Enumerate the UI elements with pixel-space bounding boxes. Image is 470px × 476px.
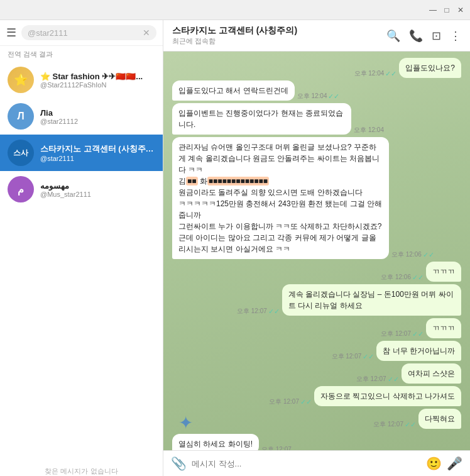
bubble-1: 입플도있나요?: [399, 58, 461, 78]
contact-sub-star-fashion: @Star21112FaShIoN: [40, 81, 155, 89]
message-input[interactable]: [192, 459, 421, 468]
message-row-10: 오후 12:07 ✓✓ 자동으로 찍고있으니 삭제하고 나가셔도: [172, 386, 461, 406]
avatar-lia: Л: [8, 103, 34, 130]
mic-icon[interactable]: 🎤: [447, 456, 462, 471]
chat-status: 최근에 접속함: [172, 36, 297, 46]
message-row-9: 오후 12:07 ✓✓ 여차피 스샷은: [172, 363, 461, 384]
avatar-star-fashion: ⭐: [8, 67, 34, 93]
phone-icon[interactable]: 📞: [409, 29, 423, 43]
msg-time-1: 오후 12:04: [354, 69, 385, 78]
bubble-12: 열심히 하세요 화이팅!: [172, 434, 259, 450]
bubble-7: ㄲㄲㄲ: [426, 318, 461, 338]
message-row-11: 오후 12:07 ✓✓ 다찍혀요: [172, 409, 461, 429]
message-row-6: 오후 12:07 ✓✓ 계속 올리겠습니다 실장님 – 돈100만원 머뮈 싸이…: [172, 284, 461, 316]
layout-icon[interactable]: ⊡: [432, 29, 441, 43]
msg-meta-5: 오후 12:06 ✓✓: [381, 273, 424, 282]
bubble-10: 자동으로 찍고있으니 삭제하고 나가셔도: [314, 386, 461, 406]
msg-time-7: 오후 12:07: [381, 329, 411, 338]
bubble-5: ㄲㄲㄲ: [426, 262, 461, 282]
message-row-3: 입플이벤트는 진행중이었다가 현재는 종료되었습니다. 오후 12:04: [172, 103, 461, 135]
message-row-5: 오후 12:06 ✓✓ ㄲㄲㄲ: [172, 262, 461, 282]
contact-item-star-fashion[interactable]: ⭐ ⭐ Star fashion ✈✈🇨🇳🇨🇳... @Star21112FaS…: [0, 62, 163, 98]
chat-title: 스타카지노 고객센터 (사칭주의): [172, 25, 297, 36]
msg-check-5: ✓✓: [412, 274, 424, 282]
contact-info-starbucks-cs: 스타카지노 고객센터 (사칭주의) @star2111: [40, 143, 155, 162]
msg-meta-4: 오후 12:06 ✓✓: [391, 250, 434, 259]
messages-container: 오후 12:04 ✓✓ 입플도있나요? 입플도있다고 해서 연락드린건데 오후 …: [163, 52, 470, 450]
msg-meta-8: 오후 12:07 ✓✓: [332, 352, 374, 361]
bubble-11: 다찍혀요: [418, 409, 461, 429]
sidebar-header: ☰ ✕: [0, 20, 163, 46]
msg-check-4: ✓✓: [423, 251, 434, 259]
maximize-button[interactable]: □: [442, 6, 451, 14]
contact-info-lia: Лia @star21112: [40, 108, 155, 125]
close-button[interactable]: ✕: [456, 6, 465, 14]
chat-header-icons: 🔍 📞 ⊡ ⋮: [386, 29, 461, 43]
hamburger-icon[interactable]: ☰: [6, 26, 16, 40]
contact-name-mahsomeh: مهسومه: [40, 181, 155, 191]
msg-meta-2: 오후 12:04 ✓✓: [297, 92, 340, 101]
msg-time-4: 오후 12:06: [391, 250, 422, 259]
bubble-9: 여차피 스샷은: [402, 363, 461, 384]
msg-meta-1: 오후 12:04 ✓✓: [354, 69, 397, 78]
search-results-label: 전역 검색 결과: [0, 46, 163, 62]
msg-time-2: 오후 12:04: [297, 92, 327, 101]
msg-meta-10: 오후 12:07 ✓✓: [269, 397, 312, 406]
contact-name-starbucks-cs: 스타카지노 고객센터 (사칭주의): [40, 143, 155, 155]
msg-meta-12: 오후 12:07: [261, 445, 292, 450]
contact-info-mahsomeh: مهسومه @Mus_star2111: [40, 181, 155, 198]
search-input[interactable]: [28, 28, 143, 38]
msg-check-8: ✓✓: [363, 353, 374, 361]
msg-meta-3: 오후 12:04: [354, 126, 384, 135]
contact-sub-starbucks-cs: @star2111: [40, 155, 155, 162]
star-decoration-1: ✦: [178, 412, 193, 433]
chat-header-info: 스타카지노 고객센터 (사칭주의) 최근에 접속함: [172, 25, 297, 46]
no-messages-label: 찾은 메시지가 없습니다: [0, 464, 163, 476]
contact-info-star-fashion: ⭐ Star fashion ✈✈🇨🇳🇨🇳... @Star21112FaShI…: [40, 72, 155, 89]
msg-time-3: 오후 12:04: [354, 126, 384, 135]
minimize-button[interactable]: —: [429, 6, 437, 14]
msg-check-6: ✓✓: [268, 307, 280, 316]
bubble-8: 참 너무 한거아닙니까: [376, 341, 461, 361]
attach-icon[interactable]: 📎: [171, 456, 187, 471]
chat-area: 스타카지노 고객센터 (사칭주의) 최근에 접속함 🔍 📞 ⊡ ⋮ 오후 12:…: [163, 20, 470, 476]
contact-item-mahsomeh[interactable]: م مهسومه @Mus_star2111: [0, 171, 163, 208]
search-box: ✕: [21, 25, 156, 40]
msg-meta-6: 오후 12:07 ✓✓: [237, 307, 280, 316]
message-row-4: 관리자님 슈어맨 올인구조대 머뮈 올린글 보셨나요? 꾸준하게 계속 올리겠습…: [172, 137, 461, 259]
avatar-starbucks-cs: 스사: [8, 140, 34, 166]
bubble-4: 관리자님 슈어맨 올인구조대 머뮈 올린글 보셨나요? 꾸준하게 계속 올리겠습…: [172, 137, 389, 259]
contact-sub-lia: @star21112: [40, 118, 155, 125]
msg-time-10: 오후 12:07: [269, 397, 299, 406]
msg-meta-7: 오후 12:07 ✓✓: [381, 329, 424, 338]
search-icon[interactable]: 🔍: [386, 29, 400, 43]
chat-header: 스타카지노 고객센터 (사칭주의) 최근에 접속함 🔍 📞 ⊡ ⋮: [163, 20, 470, 52]
contact-item-lia[interactable]: Л Лia @star21112: [0, 98, 163, 135]
contact-item-starbucks-cs[interactable]: 스사 스타카지노 고객센터 (사칭주의) @star2111: [0, 135, 163, 171]
message-row-2: 입플도있다고 해서 연락드린건데 오후 12:04 ✓✓: [172, 80, 461, 101]
avatar-mahsomeh: م: [8, 176, 34, 202]
msg-time-11: 오후 12:07: [373, 420, 403, 429]
clear-search-icon[interactable]: ✕: [143, 28, 150, 38]
msg-check-1: ✓✓: [385, 70, 396, 78]
msg-time-8: 오후 12:07: [332, 352, 362, 361]
message-row-7: 오후 12:07 ✓✓ ㄲㄲㄲ: [172, 318, 461, 338]
bubble-6: 계속 올리겠습니다 실장님 – 돈100만원 머뮈 싸이트 다시 리뉴얼 하세요: [282, 284, 461, 316]
emoji-icon[interactable]: 🙂: [426, 456, 442, 471]
message-row-1: 오후 12:04 ✓✓ 입플도있나요?: [172, 58, 461, 78]
msg-check-9: ✓✓: [388, 375, 399, 384]
contact-name-star-fashion: ⭐ Star fashion ✈✈🇨🇳🇨🇳...: [40, 72, 155, 81]
msg-meta-11: 오후 12:07 ✓✓: [373, 420, 416, 429]
more-icon[interactable]: ⋮: [450, 29, 461, 43]
msg-meta-9: 오후 12:07 ✓✓: [356, 375, 399, 384]
msg-check-10: ✓✓: [300, 398, 312, 406]
contact-sub-mahsomeh: @Mus_star2111: [40, 191, 155, 198]
msg-time-12: 오후 12:07: [261, 445, 292, 450]
msg-time-5: 오후 12:06: [381, 273, 411, 282]
msg-check-2: ✓✓: [328, 92, 339, 101]
bubble-2: 입플도있다고 해서 연락드린건데: [172, 80, 295, 101]
sidebar: ☰ ✕ 전역 검색 결과 ⭐ ⭐ Star fashion ✈✈🇨🇳🇨🇳... …: [0, 20, 163, 476]
contact-name-lia: Лia: [40, 108, 155, 118]
contact-list: ⭐ ⭐ Star fashion ✈✈🇨🇳🇨🇳... @Star21112FaS…: [0, 62, 163, 464]
msg-time-6: 오후 12:07: [237, 307, 267, 316]
